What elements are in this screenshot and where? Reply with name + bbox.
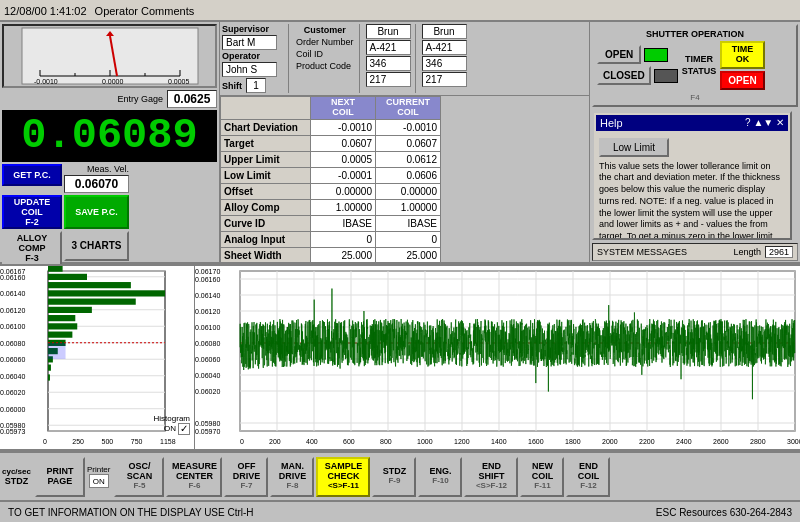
printer-label: Printer	[87, 465, 111, 474]
man-drive-button[interactable]: MAN. DRIVE F-8	[270, 457, 314, 497]
svg-text:0.0000: 0.0000	[102, 78, 124, 85]
sample-check-button[interactable]: SAMPLE CHECK <S>F-11	[316, 457, 370, 497]
operator-label: Operator	[222, 51, 282, 61]
shutter-closed-indicator	[654, 69, 678, 83]
charts-area: Histogram ON ✓	[0, 264, 800, 451]
data-panel: Supervisor Bart M Operator John S Shift …	[220, 22, 590, 262]
order-number-label: Order Number	[295, 36, 355, 48]
main-chart	[195, 266, 800, 449]
system-messages: SYSTEM MESSAGES Length 2961	[592, 243, 798, 261]
shutter-title: SHUTTER OPERATION	[597, 29, 793, 39]
help-hint: TO GET INFORMATION ON THE DISPLAY USE Ct…	[8, 507, 254, 518]
operator-comments-label: Operator Comments	[95, 2, 195, 18]
company-info: ESC Resources 630-264-2843	[656, 507, 792, 518]
customer-header: Customer	[295, 24, 355, 36]
meas-vel-label: Meas. Vel.	[87, 164, 129, 174]
coil-id-value: 346	[366, 56, 411, 71]
params-table: NEXT COIL CURRENT COIL Chart Deviation -…	[220, 96, 441, 262]
get-pc-button[interactable]: GET P.C.	[2, 164, 62, 186]
customer-value: Brun	[366, 24, 411, 39]
table-row: Upper Limit 0.0005 0.0612	[221, 151, 441, 167]
table-row: Alloy Comp 1.00000 1.00000	[221, 199, 441, 215]
stdz-button[interactable]: STDZ F-9	[372, 457, 416, 497]
end-coil-button[interactable]: END COIL F-12	[566, 457, 610, 497]
order-current: A-421	[422, 40, 467, 55]
table-row: Offset 0.00000 0.00000	[221, 183, 441, 199]
cyc-sec-label: cyc/sec	[2, 467, 31, 476]
print-page-button[interactable]: PRINT PAGE	[35, 457, 85, 497]
main-content: -0.0010 0.0000 0.0005 Entry Gage 0.0625 …	[0, 22, 800, 522]
off-drive-button[interactable]: OFF DRIVE F-7	[224, 457, 268, 497]
gauge-area: -0.0010 0.0000 0.0005	[2, 24, 217, 88]
left-panel: -0.0010 0.0000 0.0005 Entry Gage 0.0625 …	[0, 22, 220, 262]
main-chart-canvas	[195, 266, 800, 449]
table-row: Low Limit -0.0001 0.0606	[221, 167, 441, 183]
entry-gage-label: Entry Gage	[117, 94, 163, 104]
meas-vel-value: 0.06070	[64, 175, 129, 193]
histogram-chart: Histogram ON ✓	[0, 266, 195, 449]
histogram-label: Histogram	[154, 414, 190, 423]
supervisor-value: Bart M	[222, 35, 277, 50]
update-coil-button[interactable]: UPDATE COIL F-2	[2, 195, 62, 229]
table-row: Sheet Width 25.000 25.000	[221, 247, 441, 262]
table-row: Curve ID IBASE IBASE	[221, 215, 441, 231]
top-bar: 12/08/00 1:41:02 Operator Comments	[0, 0, 800, 22]
length-label: Length	[733, 247, 761, 257]
stdz-indicator: STDZ	[5, 476, 29, 486]
table-row: Target 0.0607 0.0607	[221, 135, 441, 151]
supervisor-label: Supervisor	[222, 24, 282, 34]
help-panel: Help ? ▲▼ ✕ Low Limit This value sets th…	[592, 111, 792, 240]
open-status-button[interactable]: OPEN	[720, 71, 764, 90]
length-value: 2961	[765, 246, 793, 258]
operator-value: John S	[222, 62, 277, 77]
coil-id-label: Coil ID	[295, 48, 355, 60]
time-ok-button[interactable]: TIME OK	[720, 41, 764, 69]
end-shift-button[interactable]: END SHIFT <S>F-12	[464, 457, 518, 497]
shutter-closed-button[interactable]: CLOSED	[597, 66, 651, 85]
eng-button[interactable]: ENG. F-10	[418, 457, 462, 497]
svg-text:0.0005: 0.0005	[168, 78, 190, 85]
coil-current: 346	[422, 56, 467, 71]
shutter-open-indicator	[644, 48, 668, 62]
alloy-comp-button[interactable]: ALLOY COMP F-3	[2, 231, 62, 267]
gauge-display: -0.0010 0.0000 0.0005	[20, 26, 200, 86]
printer-on-indicator: ON	[89, 474, 109, 488]
product-code-value: 217	[366, 72, 411, 87]
save-pc-button[interactable]: SAVE P.C.	[64, 195, 129, 229]
bottom-toolbar: cyc/sec STDZ PRINT PAGE Printer ON OSC/ …	[0, 451, 800, 500]
shift-label: Shift	[222, 81, 242, 91]
next-coil-header: NEXT COIL	[311, 97, 376, 120]
current-coil-header: CURRENT COIL	[376, 97, 441, 120]
shutter-panel: SHUTTER OPERATION OPEN CLOSED TIMER	[592, 24, 798, 107]
entry-gage-value: 0.0625	[167, 90, 217, 108]
low-limit-button[interactable]: Low Limit	[599, 138, 669, 157]
customer-current: Brun	[422, 24, 467, 39]
big-reading: 0.06089	[2, 110, 217, 162]
shutter-open-button[interactable]: OPEN	[597, 45, 641, 64]
help-title-bar: Help ? ▲▼ ✕	[596, 115, 788, 131]
svg-text:-0.0010: -0.0010	[34, 78, 58, 85]
table-row: Chart Deviation -0.0010 -0.0010	[221, 119, 441, 135]
table-row: Analog Input 0 0	[221, 231, 441, 247]
shift-value: 1	[246, 78, 266, 93]
f4-label: F4	[597, 93, 793, 102]
product-current: 217	[422, 72, 467, 87]
timer-label: TIMER	[685, 54, 713, 64]
help-controls: ? ▲▼ ✕	[745, 117, 784, 129]
histogram-checkbox[interactable]: ✓	[178, 423, 190, 435]
help-title: Help	[600, 117, 623, 129]
osc-scan-button[interactable]: OSC/ SCAN F-5	[114, 457, 164, 497]
datetime: 12/08/00 1:41:02	[4, 2, 87, 18]
measure-center-button[interactable]: MEASURE CENTER F-6	[166, 457, 222, 497]
help-text: This value sets the lower tollerance lim…	[599, 161, 785, 240]
three-charts-button[interactable]: 3 CHARTS	[64, 231, 129, 261]
product-code-label: Product Code	[295, 60, 355, 72]
status-bar: TO GET INFORMATION ON THE DISPLAY USE Ct…	[0, 500, 800, 522]
new-coil-button[interactable]: NEW COIL F-11	[520, 457, 564, 497]
order-number-value: A-421	[366, 40, 411, 55]
sys-messages-label: SYSTEM MESSAGES	[597, 247, 687, 257]
status-label: STATUS	[682, 66, 717, 76]
on-label: ON	[164, 424, 176, 433]
